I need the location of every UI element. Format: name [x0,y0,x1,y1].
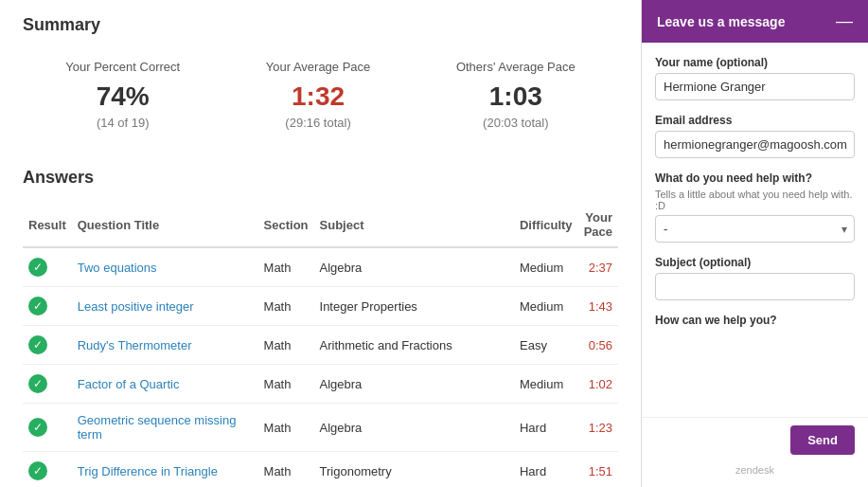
pace-cell: 1:43 [578,287,618,326]
pace-cell: 1:23 [578,404,618,452]
percent-correct-value: 74% [65,81,180,112]
result-cell: ✓ [23,365,72,404]
pace-cell: 2:37 [578,247,618,287]
question-link[interactable]: Rudy's Thermometer [78,338,192,352]
section-cell: Math [258,326,314,365]
answers-title: Answers [23,168,618,188]
correct-icon: ✓ [28,297,47,316]
result-cell: ✓ [23,452,72,488]
subject-input[interactable] [655,273,855,300]
table-row: ✓ Rudy's Thermometer Math Arithmetic and… [23,326,618,365]
question-link[interactable]: Least positive integer [78,299,194,314]
question-title-cell: Factor of a Quartic [72,365,258,404]
email-input[interactable] [655,131,855,158]
question-link[interactable]: Two equations [78,261,157,275]
subject-cell: Algebra [314,247,514,287]
question-link[interactable]: Factor of a Quartic [78,377,180,391]
correct-icon: ✓ [28,418,47,437]
help-hint: Tells a little about what you need help … [655,189,855,211]
email-group: Email address [655,114,855,158]
name-input[interactable] [655,73,855,100]
subject-cell: Integer Properties [314,287,514,326]
others-pace-label: Others' Average Pace [456,60,576,74]
difficulty-cell: Hard [514,452,578,488]
correct-icon: ✓ [28,258,47,277]
zendesk-label: zendesk [655,464,855,476]
result-cell: ✓ [23,287,72,326]
table-row: ✓ Least positive integer Math Integer Pr… [23,287,618,326]
summary-title: Summary [23,15,618,35]
answers-table-wrapper: Result Question Title Section Subject Di… [23,203,618,487]
send-button[interactable]: Send [790,425,855,455]
difficulty-cell: Easy [514,326,578,365]
difficulty-cell: Hard [514,404,578,452]
correct-icon: ✓ [28,335,47,354]
pace-cell: 1:02 [578,365,618,404]
result-cell: ✓ [23,247,72,287]
email-label: Email address [655,114,855,127]
help-dropdown-wrapper: - ▾ [655,215,855,243]
help-dropdown[interactable]: - [655,215,855,243]
avg-pace-sub: (29:16 total) [266,116,371,130]
percent-correct-stat: Your Percent Correct 74% (14 of 19) [65,60,180,130]
help-label: What do you need help with? [655,171,855,185]
chat-close-button[interactable]: — [836,11,853,31]
question-title-cell: Two equations [72,247,258,287]
table-row: ✓ Trig Difference in Triangle Math Trigo… [23,452,618,488]
answers-section: Answers Result Question Title Section Su… [23,168,618,487]
avg-pace-stat: Your Average Pace 1:32 (29:16 total) [266,60,371,130]
correct-icon: ✓ [28,461,47,480]
col-question-title: Question Title [72,203,258,247]
others-pace-sub: (20:03 total) [456,116,576,130]
pace-cell: 1:51 [578,452,618,488]
others-pace-stat: Others' Average Pace 1:03 (20:03 total) [456,60,576,130]
question-link[interactable]: Trig Difference in Triangle [78,464,218,478]
question-title-cell: Rudy's Thermometer [72,326,258,365]
question-link[interactable]: Geometric sequence missing term [78,413,237,442]
question-title-cell: Geometric sequence missing term [72,404,258,452]
chat-panel: Leave us a message — Your name (optional… [641,0,868,487]
name-label: Your name (optional) [655,56,855,69]
correct-icon: ✓ [28,374,47,393]
table-row: ✓ Geometric sequence missing term Math A… [23,404,618,452]
summary-section: Summary Your Percent Correct 74% (14 of … [23,15,618,149]
col-difficulty: Difficulty [514,203,578,247]
difficulty-cell: Medium [514,365,578,404]
col-your-pace: YourPace [578,203,618,247]
subject-cell: Algebra [314,404,514,452]
percent-correct-sub: (14 of 19) [65,116,180,130]
others-pace-value: 1:03 [456,81,576,112]
subject-label: Subject (optional) [655,256,855,269]
section-cell: Math [258,287,314,326]
col-subject: Subject [314,203,514,247]
chat-header-title: Leave us a message [657,14,785,29]
how-group: How can we help you? [655,314,855,327]
how-label: How can we help you? [655,314,855,327]
chat-footer: Send zendesk [642,417,868,487]
result-cell: ✓ [23,404,72,452]
col-section: Section [258,203,314,247]
section-cell: Math [258,365,314,404]
main-content: Summary Your Percent Correct 74% (14 of … [0,0,641,487]
answers-table: Result Question Title Section Subject Di… [23,203,618,487]
summary-stats: Your Percent Correct 74% (14 of 19) Your… [23,50,618,149]
chat-header: Leave us a message — [642,0,868,43]
help-group: What do you need help with? Tells a litt… [655,171,855,243]
subject-cell: Arithmetic and Fractions [314,326,514,365]
name-group: Your name (optional) [655,56,855,100]
subject-group: Subject (optional) [655,256,855,300]
section-cell: Math [258,247,314,287]
difficulty-cell: Medium [514,287,578,326]
subject-cell: Trigonometry [314,452,514,488]
section-cell: Math [258,452,314,488]
chat-body: Your name (optional) Email address What … [642,43,868,417]
avg-pace-value: 1:32 [266,81,371,112]
percent-correct-label: Your Percent Correct [65,60,180,74]
table-row: ✓ Factor of a Quartic Math Algebra Mediu… [23,365,618,404]
section-cell: Math [258,404,314,452]
question-title-cell: Least positive integer [72,287,258,326]
subject-cell: Algebra [314,365,514,404]
question-title-cell: Trig Difference in Triangle [72,452,258,488]
difficulty-cell: Medium [514,247,578,287]
result-cell: ✓ [23,326,72,365]
